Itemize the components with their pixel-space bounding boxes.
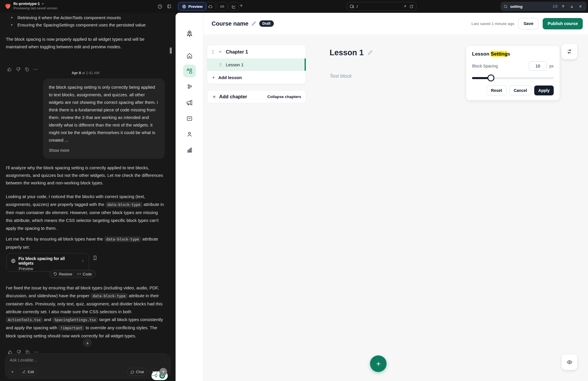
arrow-up-icon bbox=[161, 370, 165, 374]
cancel-button[interactable]: Cancel bbox=[509, 86, 531, 95]
screen: flc-prototype-1 Previewing last saved ve… bbox=[0, 0, 588, 381]
add-chapter-card: Add chapter Collapse chapters bbox=[207, 90, 306, 103]
attach-button[interactable] bbox=[8, 368, 16, 376]
chevron-down-icon bbox=[41, 2, 44, 5]
send-button[interactable] bbox=[159, 368, 167, 376]
chevron-right-icon bbox=[81, 259, 85, 263]
cloud-icon bbox=[208, 4, 213, 9]
settings-toggle-button[interactable] bbox=[562, 44, 577, 59]
collapse-chapters-button[interactable]: Collapse chapters bbox=[267, 95, 301, 99]
preview-eye-button[interactable] bbox=[562, 354, 577, 370]
inline-code: data-block-type bbox=[91, 293, 128, 299]
edit-pencil-icon[interactable] bbox=[367, 50, 373, 56]
preview-button[interactable]: Preview bbox=[178, 2, 207, 11]
home-icon[interactable] bbox=[186, 52, 193, 59]
drag-handle-icon[interactable] bbox=[219, 63, 222, 67]
find-close-icon[interactable] bbox=[577, 3, 584, 10]
add-tab-button[interactable] bbox=[239, 3, 244, 8]
assistant-paragraph: I've fixed the issue by ensuring that al… bbox=[6, 284, 165, 340]
chat-input[interactable] bbox=[10, 357, 132, 366]
sliders-icon bbox=[566, 49, 572, 54]
save-button[interactable]: Save bbox=[518, 18, 539, 29]
inline-code: ActionTools.tsx bbox=[6, 317, 43, 323]
slider-thumb[interactable] bbox=[487, 74, 494, 81]
bookmark-icon[interactable] bbox=[92, 255, 98, 261]
publish-course-button[interactable]: Publish course bbox=[543, 18, 583, 29]
assistant-paragraph: Looking at your code, I noticed that the… bbox=[6, 193, 165, 232]
bar-chart-icon[interactable] bbox=[186, 147, 193, 153]
find-input[interactable] bbox=[510, 4, 544, 9]
add-lesson-button[interactable]: Add lesson bbox=[207, 71, 306, 84]
lesson-row-selected[interactable]: Lesson 1 bbox=[207, 58, 306, 71]
project-name: flc-prototype-1 bbox=[13, 1, 40, 6]
globe-icon bbox=[182, 4, 186, 9]
chat-panel: Retrieving it when the ActionTools compo… bbox=[0, 13, 176, 381]
rocket-icon[interactable] bbox=[186, 30, 193, 38]
add-chapter-button[interactable]: Add chapter bbox=[219, 94, 247, 99]
code-view-button[interactable] bbox=[217, 2, 227, 11]
inline-code: !important bbox=[58, 325, 84, 331]
chevron-up-icon[interactable] bbox=[218, 50, 222, 54]
groups-icon[interactable] bbox=[186, 83, 193, 90]
history-icon[interactable] bbox=[156, 3, 163, 10]
scroll-to-bottom-button[interactable] bbox=[83, 339, 92, 347]
course-title: Course name bbox=[212, 20, 249, 27]
lesson-settings-panel: Lesson Settings Block Spacing px Reset C… bbox=[466, 46, 560, 100]
panel-toggle-icon[interactable] bbox=[166, 3, 173, 10]
courses-nav-active[interactable] bbox=[183, 65, 196, 77]
reset-button[interactable]: Reset bbox=[487, 86, 506, 95]
block-spacing-input[interactable] bbox=[529, 61, 547, 71]
code-button[interactable]: Code bbox=[77, 272, 92, 276]
show-more-link[interactable]: Show more bbox=[49, 147, 69, 154]
arrow-down-icon bbox=[85, 341, 90, 345]
chart-line-icon bbox=[231, 4, 236, 9]
top-toolbar: flc-prototype-1 Previewing last saved ve… bbox=[0, 0, 588, 13]
chat-composer: G Edit Chat bbox=[5, 354, 170, 379]
refresh-icon[interactable] bbox=[409, 4, 414, 9]
find-count: 1/3 bbox=[553, 4, 557, 8]
edit-card[interactable]: Fix block spacing for all widgets Previe… bbox=[6, 253, 89, 272]
open-external-icon[interactable] bbox=[403, 4, 407, 8]
chapter-title: Chapter 1 bbox=[226, 49, 248, 55]
bullet-item: Retrieving it when the ActionTools compo… bbox=[6, 14, 166, 21]
drag-handle-icon[interactable] bbox=[211, 49, 215, 54]
profile-icon[interactable] bbox=[186, 131, 193, 138]
code-icon bbox=[220, 4, 225, 9]
chat-mode-button[interactable]: Chat bbox=[127, 368, 147, 376]
project-status: Previewing last saved version bbox=[13, 6, 58, 10]
chat-scrollbar[interactable] bbox=[170, 47, 172, 54]
plus-icon bbox=[375, 361, 382, 367]
edit-mode-button[interactable]: Edit bbox=[19, 368, 37, 376]
edit-pencil-icon[interactable] bbox=[251, 21, 256, 26]
cloud-button[interactable] bbox=[205, 2, 216, 11]
eye-icon bbox=[566, 359, 573, 365]
text-block-placeholder[interactable]: Text block bbox=[330, 73, 352, 79]
megaphone-icon[interactable] bbox=[186, 99, 193, 106]
block-spacing-slider[interactable] bbox=[472, 74, 554, 81]
app-nav-rail bbox=[176, 13, 203, 381]
assistant-bullet-list: Retrieving it when the ActionTools compo… bbox=[6, 14, 166, 29]
audio-bars-icon bbox=[151, 370, 155, 374]
address-bar[interactable]: / bbox=[347, 2, 417, 11]
project-switcher[interactable]: flc-prototype-1 Previewing last saved ve… bbox=[13, 1, 58, 10]
app-canvas: Chapter 1 Lesson 1 Add lesson Add chapte… bbox=[203, 34, 588, 381]
draft-badge: Draft bbox=[259, 20, 274, 27]
find-next-icon[interactable] bbox=[569, 3, 575, 10]
settings-title: Lesson Settings bbox=[472, 51, 554, 57]
voice-input-button[interactable] bbox=[149, 368, 157, 376]
analytics-button[interactable] bbox=[228, 2, 239, 11]
chapter-header[interactable]: Chapter 1 bbox=[207, 45, 306, 58]
bullet-item: Ensuring the SpacingSettings component u… bbox=[6, 21, 166, 29]
edit-card-title: Fix block spacing for all widgets bbox=[18, 256, 78, 266]
add-block-fab[interactable] bbox=[370, 355, 387, 372]
find-prev-icon[interactable] bbox=[560, 3, 566, 10]
lesson-title: Lesson 1 bbox=[226, 62, 244, 67]
plus-icon bbox=[212, 95, 217, 99]
url-path[interactable]: / bbox=[357, 4, 401, 9]
inbox-icon[interactable] bbox=[186, 115, 193, 122]
composer-toolbar: Edit Chat bbox=[8, 368, 167, 376]
lovable-logo[interactable] bbox=[4, 2, 12, 10]
restore-button[interactable]: Restore bbox=[53, 272, 72, 276]
apply-button[interactable]: Apply bbox=[534, 86, 554, 95]
inline-code: data-block-type bbox=[104, 236, 141, 242]
